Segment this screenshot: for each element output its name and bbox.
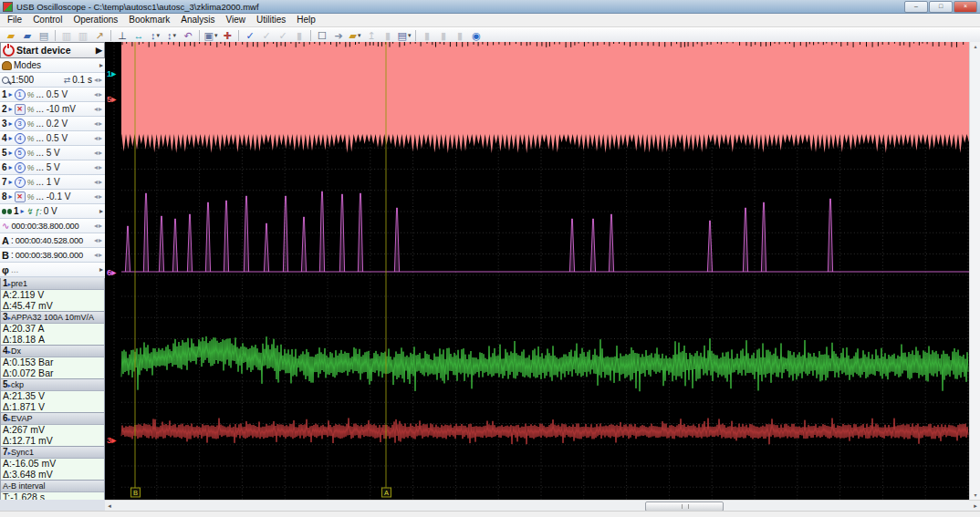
trigger-channel-arrow-icon: ▸ <box>21 207 25 215</box>
channel-row-7[interactable]: 7▸7%... 1 V◂▸ <box>0 175 105 190</box>
channel-adjust-arrows[interactable]: ◂▸ <box>94 90 103 98</box>
scroll-up-icon[interactable]: ▴ <box>974 42 976 51</box>
plot-svg: BA1▸5▸6▸3▸ <box>105 42 969 500</box>
send-icon-glyph: ➔ <box>334 29 342 42</box>
cursor-b-arrows[interactable]: ◂▸ <box>94 251 103 259</box>
probe-divider-icon: % <box>27 105 35 114</box>
channel-row-8[interactable]: 8▸✕%... -0.1 V◂▸ <box>0 190 105 204</box>
export-icon[interactable]: ↗ <box>91 28 108 42</box>
save-icon[interactable]: ▰ <box>19 28 36 42</box>
fit-horizontal-icon[interactable]: ↔ <box>130 28 147 42</box>
modes-button[interactable]: Modes ▸ <box>0 58 105 73</box>
cursor-b-row[interactable]: B:000:00:38.900.000 ◂▸ <box>0 248 105 263</box>
panel-value-1: Δ:1.871 V <box>3 402 102 413</box>
copy-screen-icon: ▥ <box>58 28 75 42</box>
channel-row-5[interactable]: 5▸5%... 5 V◂▸ <box>0 146 105 160</box>
menu-utilities[interactable]: Utilities <box>251 14 291 26</box>
oscilloscope-plot[interactable]: BA1▸5▸6▸3▸ <box>105 42 969 500</box>
menu-view[interactable]: View <box>221 14 252 26</box>
menu-control[interactable]: Control <box>27 14 68 26</box>
record-icon-glyph: ▮ <box>385 29 391 42</box>
panels-icon[interactable]: ▤▾ <box>396 28 412 42</box>
zoom-adjust-arrows[interactable]: ◂▸ <box>94 76 103 84</box>
phase-row[interactable]: φ ... ▸ <box>0 263 105 277</box>
channel-disabled-icon[interactable]: ✕ <box>15 191 26 202</box>
zoom-time-row[interactable]: 1:500 ⇄ 0.1 s ◂▸ <box>0 73 105 88</box>
panel-body: A:267 mVΔ:12.71 mV <box>1 425 104 446</box>
maximize-button[interactable]: □ <box>929 1 953 13</box>
scroll-down-icon[interactable]: ▾ <box>974 491 976 500</box>
channel-adjust-arrows[interactable]: ◂▸ <box>94 105 103 113</box>
modes-icon <box>2 61 12 70</box>
accept-next-icon-glyph: ✓ <box>262 29 270 42</box>
axes-icon[interactable]: ⊥ <box>114 28 130 42</box>
cursor-a-row[interactable]: A:000:00:40.528.000 ◂▸ <box>0 233 105 248</box>
channel-row-1[interactable]: 1▸1%... 0.5 V◂▸ <box>0 88 105 102</box>
cursor-a-arrows[interactable]: ◂▸ <box>94 236 103 244</box>
channel-row-6[interactable]: 6▸6%... 5 V◂▸ <box>0 160 105 175</box>
channel-row-4[interactable]: 4▸4%... 0.5 V◂▸ <box>0 131 105 146</box>
channel-adjust-arrows[interactable]: ◂▸ <box>94 134 103 142</box>
window-title: USB Oscilloscope - C:\temp\autosc1\autos… <box>16 2 903 12</box>
probe-divider-icon: % <box>27 178 35 187</box>
panel-body: A:2.119 VΔ:45.47 mV <box>1 290 104 311</box>
panel-value-1: Δ:3.648 mV <box>3 470 102 481</box>
send-icon[interactable]: ➔ <box>330 28 347 42</box>
channel-enabled-icon[interactable]: 3 <box>15 119 26 129</box>
channel-number: 6 <box>2 162 7 172</box>
menu-file[interactable]: File <box>2 14 27 26</box>
time-adjust-arrows[interactable]: ◂▸ <box>94 222 103 230</box>
trigger-row[interactable]: 1 ▸ ↯ ƒ: 0 V ▸ <box>0 204 105 219</box>
vertical-scrollbar[interactable]: ▴ ▾ <box>969 42 980 500</box>
open-file-icon[interactable]: ▰ <box>3 28 19 42</box>
channel-enabled-icon[interactable]: 7 <box>15 177 26 188</box>
toolbar-separator <box>415 30 416 41</box>
start-device-button[interactable]: Start device ▶ <box>0 42 105 58</box>
menu-help[interactable]: Help <box>291 14 321 26</box>
channel-adjust-arrows[interactable]: ◂▸ <box>94 119 103 128</box>
channel-enabled-icon[interactable]: 4 <box>15 133 26 144</box>
zoom-horizontal-icon[interactable]: ↕▾ <box>163 28 180 42</box>
undo-icon[interactable]: ↶ <box>180 28 196 42</box>
print-icon[interactable]: ▤ <box>36 28 52 42</box>
channel-range-value: ... -0.1 V <box>36 191 92 202</box>
menu-operations[interactable]: Operations <box>68 14 123 26</box>
marker-icon[interactable]: ✚ <box>219 28 235 42</box>
help-icon[interactable]: ◉ <box>468 28 485 42</box>
zoom-vertical-icon[interactable]: ↕▾ <box>147 28 163 42</box>
menu-analysis[interactable]: Analysis <box>175 14 220 26</box>
bottom-left-filler <box>0 500 105 511</box>
channel-marker-3[interactable]: 3▸ <box>107 435 117 445</box>
open-file-icon-glyph: ▰ <box>7 29 15 42</box>
close-button[interactable]: × <box>954 1 977 13</box>
channel-enabled-icon[interactable]: 6 <box>15 162 26 173</box>
probe-divider-icon: % <box>27 192 35 202</box>
accept-icon[interactable]: ✓ <box>242 28 258 42</box>
minimize-button[interactable]: – <box>904 1 928 13</box>
channel-adjust-arrows[interactable]: ◂▸ <box>94 178 103 186</box>
menu-bookmark[interactable]: Bookmark <box>123 14 175 26</box>
panel-value-0: A:21.35 V <box>3 391 102 402</box>
panel-value-1: Δ:0.072 Bar <box>3 368 102 379</box>
current-time-row[interactable]: ∿ 000:00:38.800.000 ◂▸ <box>0 219 105 233</box>
channel-marker-6[interactable]: 6▸ <box>107 267 117 277</box>
channel-row-3[interactable]: 3▸3%... 0.2 V◂▸ <box>0 117 105 131</box>
select-region-icon[interactable]: ☐ <box>314 28 330 42</box>
channel-marker-5[interactable]: 5▸ <box>107 94 117 104</box>
channel-enabled-icon[interactable]: 5 <box>15 148 26 159</box>
panel-value-0: A:-16.05 mV <box>3 459 102 470</box>
channel-marker-1[interactable]: 1▸ <box>107 68 117 78</box>
channel-disabled-icon[interactable]: ✕ <box>15 104 26 115</box>
copy-fragment-icon: ▥ <box>75 28 91 42</box>
channel-adjust-arrows[interactable]: ◂▸ <box>94 163 103 171</box>
panel-ckp: 5▸ckpA:21.35 VΔ:1.871 V <box>0 379 105 413</box>
channel-row-2[interactable]: 2▸✕%... -10 mV◂▸ <box>0 102 105 117</box>
start-device-label: Start device <box>16 45 94 56</box>
channel-enabled-icon[interactable]: 1 <box>15 89 26 100</box>
panel-value-0: A:0.153 Bar <box>3 357 102 368</box>
channel-adjust-arrows[interactable]: ◂▸ <box>94 192 103 201</box>
folder-settings-icon[interactable]: ▰▾ <box>347 28 363 42</box>
screenshot-icon[interactable]: ▣▾ <box>203 28 219 42</box>
channel-adjust-arrows[interactable]: ◂▸ <box>94 149 103 157</box>
layout2-icon: ▮ <box>435 28 452 42</box>
